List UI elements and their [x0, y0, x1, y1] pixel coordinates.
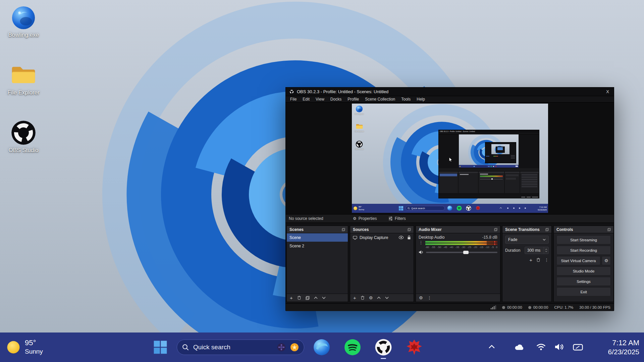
start-button[interactable]: [153, 340, 168, 355]
captured-source-row: [460, 174, 469, 175]
studio-mode-button[interactable]: Studio Mode: [556, 266, 611, 276]
captured-search-text: Quick search: [411, 207, 425, 209]
remove-source-button[interactable]: [361, 296, 365, 300]
taskbar-red-app-icon[interactable]: [406, 339, 423, 356]
add-source-button[interactable]: +: [353, 295, 356, 300]
properties-button[interactable]: ⚙ Properties: [353, 216, 377, 221]
captured-audio-meter: [480, 176, 503, 177]
scene-row[interactable]: Scene 2: [287, 242, 348, 250]
popout-icon[interactable]: [545, 228, 549, 231]
search-box[interactable]: Quick search: [177, 340, 304, 355]
popout-icon[interactable]: [342, 228, 345, 231]
controls-title: Controls: [556, 227, 573, 232]
taskbar-browser-icon[interactable]: [313, 339, 330, 356]
menu-view[interactable]: View: [313, 97, 327, 102]
start-virtual-camera-button[interactable]: Start Virtual Camera: [556, 256, 600, 265]
recursed-scene-row: [486, 156, 489, 157]
volume-icon[interactable]: [554, 343, 564, 351]
filters-button[interactable]: Filters: [388, 216, 406, 221]
track-name: Desktop Audio: [419, 235, 444, 240]
menu-file[interactable]: File: [287, 97, 300, 102]
captured-icon-label: File Explorer: [355, 130, 364, 132]
remove-scene-button[interactable]: [297, 296, 301, 300]
search-placeholder-text: Quick search: [193, 344, 273, 351]
transition-select[interactable]: Fade: [505, 236, 549, 244]
preview-video[interactable]: Bowling.exe File Explorer OBS Studio OBS…: [352, 104, 548, 213]
remove-transition-button[interactable]: [536, 258, 540, 262]
filters-label: Filters: [395, 216, 406, 221]
desktop-icon-obs-studio[interactable]: OBS Studio: [5, 120, 42, 154]
cloud-icon[interactable]: [514, 343, 524, 351]
mixer-toolbar: ⚙ ⋮: [416, 294, 500, 302]
add-transition-button[interactable]: +: [529, 257, 532, 263]
scene-row-selected[interactable]: Scene: [287, 233, 348, 242]
volume-slider-handle[interactable]: [463, 251, 469, 254]
desktop-icon-file-explorer[interactable]: File Explorer: [5, 62, 42, 96]
recursed-taskbar: [459, 165, 519, 168]
source-properties-gear-icon[interactable]: ⚙: [369, 295, 373, 300]
menu-scene-collection[interactable]: Scene Collection: [362, 97, 398, 102]
chevron-up-icon: [499, 207, 502, 209]
wifi-icon[interactable]: [536, 343, 546, 351]
move-source-up-button[interactable]: [377, 297, 381, 299]
speaker-icon[interactable]: [419, 250, 424, 254]
desktop-icon-bowling[interactable]: Bowling.exe: [5, 5, 42, 39]
captured-transitions-panel: [505, 172, 520, 193]
settings-button[interactable]: Settings: [556, 277, 611, 286]
audio-meter: [425, 243, 497, 245]
popout-icon[interactable]: [494, 228, 497, 231]
source-row-display-capture[interactable]: Display Capture: [350, 233, 414, 242]
lock-icon[interactable]: [407, 235, 411, 240]
menu-help[interactable]: Help: [414, 97, 428, 102]
spin-up-icon[interactable]: [545, 249, 547, 250]
add-scene-button[interactable]: +: [290, 295, 293, 300]
spin-down-icon[interactable]: [545, 251, 547, 252]
move-source-down-button[interactable]: [385, 297, 389, 299]
transition-kebab-icon[interactable]: ⋮: [544, 258, 549, 262]
taskbar-clock[interactable]: 7:12 AM 6/23/2025: [608, 338, 639, 356]
visibility-eye-icon[interactable]: [398, 236, 404, 239]
menu-edit[interactable]: Edit: [300, 97, 313, 102]
taskbar-spotify-icon[interactable]: [344, 339, 361, 356]
duration-spinbox[interactable]: 300 ms: [525, 247, 549, 254]
start-streaming-button[interactable]: Start Streaming: [556, 235, 611, 244]
move-scene-up-button[interactable]: [314, 297, 318, 299]
weather-widget[interactable]: 95° Sunny: [25, 338, 43, 356]
red-app-icon: [475, 205, 481, 211]
preview-canvas-area[interactable]: Bowling.exe File Explorer OBS Studio OBS…: [286, 103, 614, 214]
obs-titlebar[interactable]: OBS 30.2.3 - Profile: Untitled - Scenes:…: [286, 87, 614, 96]
captured-slider-handle: [491, 178, 493, 180]
mixer-kebab-icon[interactable]: ⋮: [427, 296, 432, 300]
track-kebab-menu-icon[interactable]: ⋮: [419, 241, 423, 244]
close-button[interactable]: X: [605, 89, 610, 94]
menu-tools[interactable]: Tools: [398, 97, 414, 102]
clock: [516, 166, 518, 167]
pen-tablet-icon[interactable]: [573, 343, 583, 351]
exit-button[interactable]: Exit: [556, 287, 611, 296]
stream-dot-icon: [528, 306, 531, 309]
bowling-ball-icon: [356, 105, 363, 113]
menu-docks[interactable]: Docks: [327, 97, 344, 102]
emoji-party-icon[interactable]: [290, 343, 299, 352]
transitions-header: Scene Transitions: [502, 226, 551, 233]
menu-profile[interactable]: Profile: [344, 97, 362, 102]
captured-dock-panels: [439, 172, 539, 193]
start-recording-button[interactable]: Start Recording: [556, 246, 611, 255]
duplicate-scene-button[interactable]: [306, 296, 310, 300]
virtual-camera-settings-gear-icon[interactable]: ⚙: [602, 256, 611, 265]
search-pill: [475, 166, 487, 167]
mixer-settings-gear-icon[interactable]: ⚙: [419, 295, 423, 300]
move-scene-down-button[interactable]: [322, 297, 326, 299]
taskbar-obs-icon[interactable]: [375, 339, 392, 356]
captured-time: 7:12 AM: [538, 206, 547, 208]
volume-slider[interactable]: [426, 252, 497, 253]
captured-weather-temp: 95°: [359, 205, 364, 208]
clock-time: 7:12 AM: [608, 338, 639, 348]
captured-control-button: [522, 174, 537, 176]
sun-icon[interactable]: [6, 340, 21, 355]
popout-icon[interactable]: [607, 228, 611, 231]
emoji-film-icon[interactable]: [277, 343, 286, 352]
tray-chevron-up-icon[interactable]: [488, 345, 495, 349]
popout-icon[interactable]: [408, 228, 411, 231]
duration-spin-buttons[interactable]: [544, 247, 548, 254]
